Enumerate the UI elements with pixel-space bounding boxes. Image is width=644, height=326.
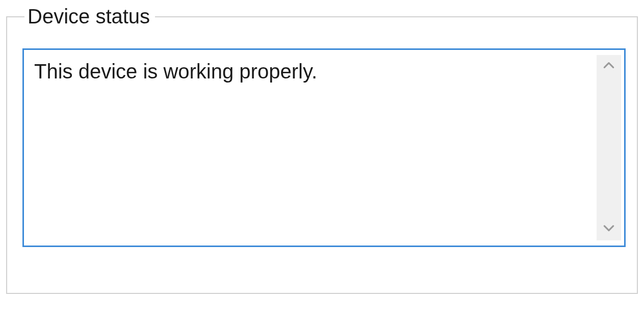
device-status-legend: Device status (24, 5, 155, 28)
device-status-message: This device is working properly. (24, 50, 597, 246)
device-status-textbox: This device is working properly. (22, 48, 626, 247)
vertical-scrollbar[interactable] (597, 55, 621, 240)
scroll-up-button[interactable] (597, 55, 621, 77)
device-status-group: Device status This device is working pro… (6, 5, 638, 294)
chevron-down-icon (602, 222, 615, 237)
scroll-down-button[interactable] (597, 218, 621, 240)
chevron-up-icon (602, 59, 615, 74)
